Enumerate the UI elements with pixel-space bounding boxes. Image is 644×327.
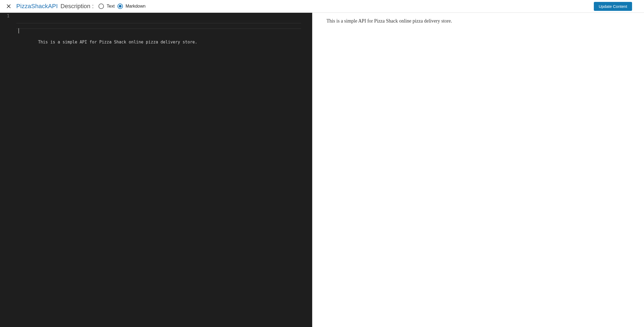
content-area: 1 This is a simple API for Pizza Shack o…	[0, 13, 644, 327]
format-radio-group: Text Markdown	[98, 4, 145, 9]
preview-paragraph: This is a simple API for Pizza Shack onl…	[326, 18, 630, 24]
radio-text[interactable]: Text	[98, 4, 114, 9]
api-name[interactable]: PizzaShackAPI	[16, 3, 58, 10]
code-text: This is a simple API for Pizza Shack onl…	[38, 40, 197, 45]
markdown-editor[interactable]: 1 This is a simple API for Pizza Shack o…	[0, 13, 312, 327]
editor-gutter: 1	[0, 13, 16, 327]
markdown-preview: This is a simple API for Pizza Shack onl…	[312, 13, 644, 327]
radio-text-label: Text	[107, 4, 114, 9]
radio-markdown[interactable]: Markdown	[117, 4, 146, 9]
editor-code-area[interactable]: This is a simple API for Pizza Shack onl…	[16, 13, 312, 327]
close-icon[interactable]	[5, 2, 12, 10]
editor-header: PizzaShackAPI Description : Text Markdow…	[0, 0, 644, 13]
code-line[interactable]: This is a simple API for Pizza Shack onl…	[18, 28, 312, 34]
update-content-button[interactable]: Update Content	[594, 2, 632, 11]
text-cursor	[18, 28, 19, 33]
radio-circle-icon	[98, 4, 104, 9]
line-number: 1	[0, 13, 16, 19]
radio-circle-icon	[117, 4, 123, 9]
section-label: Description :	[60, 3, 94, 10]
radio-markdown-label: Markdown	[126, 4, 146, 9]
